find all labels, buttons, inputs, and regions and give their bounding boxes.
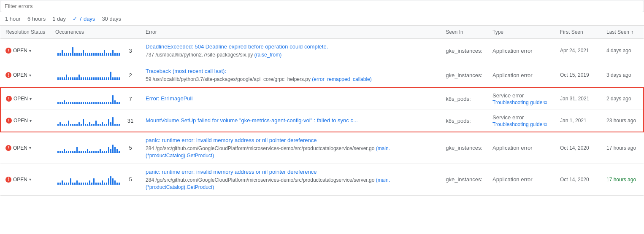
svg-rect-158 [62,180,63,185]
svg-rect-101 [72,124,73,126]
svg-rect-141 [91,151,92,153]
time-filter-bar: 1 hour 6 hours 1 day ✓ 7 days 30 days [0,12,644,26]
type-label: Service error [492,114,550,121]
first-seen-cell: Jan 1, 2021 [555,110,601,132]
error-line-number: 59 [146,76,151,82]
svg-rect-70 [72,102,73,104]
svg-rect-100 [70,124,71,126]
status-cell: ! OPEN ▾ [0,132,50,164]
svg-rect-131 [70,151,71,153]
error-title[interactable]: DeadlineExceeded: 504 Deadline expired b… [146,43,436,51]
dropdown-arrow-icon[interactable]: ▾ [29,177,31,182]
troubleshoot-link[interactable]: Troubleshooting guide ⧉ [492,100,550,105]
error-title[interactable]: MountVolume.SetUp failed for volume "gke… [146,117,436,124]
svg-rect-163 [72,183,73,185]
svg-rect-166 [78,183,80,185]
svg-rect-41 [76,78,78,81]
svg-rect-95 [60,122,61,126]
svg-rect-42 [78,75,80,80]
table-row: ! OPEN ▾ 31 MountVolume.SetUp failed for… [0,110,644,132]
sparkline-chart [55,116,123,126]
seen-in-cell: k8s_pods: [441,110,487,132]
svg-rect-150 [110,149,111,153]
dropdown-arrow-icon[interactable]: ▾ [29,48,31,53]
svg-rect-143 [95,151,97,153]
status-cell: ! OPEN ▾ [0,164,50,195]
svg-rect-21 [100,53,101,56]
svg-rect-130 [68,151,69,153]
time-filter-1hour[interactable]: 1 hour [5,16,21,22]
occurrences-count: 3 [125,48,135,54]
svg-rect-36 [66,75,67,80]
svg-rect-51 [97,78,99,81]
type-label: Service error [492,92,550,99]
time-filter-30days[interactable]: 30 days [102,16,121,22]
last-seen-value: 4 days ago [606,48,631,54]
error-title[interactable]: panic: runtime error: invalid memory add… [146,168,436,176]
svg-rect-168 [83,183,84,185]
time-filter-7days[interactable]: ✓ 7 days [73,16,95,22]
svg-rect-87 [108,102,109,104]
error-icon: ! [5,177,11,183]
svg-rect-58 [112,78,114,81]
svg-rect-89 [112,95,114,104]
svg-rect-66 [64,100,65,104]
last-seen-cell: 2 days ago [601,88,644,110]
error-function: (raise_from) [254,52,282,58]
error-line-number: 737 [146,52,154,58]
error-title[interactable]: Error: ErrImagePull [146,95,436,102]
svg-rect-118 [108,119,109,126]
svg-rect-88 [110,102,111,104]
svg-rect-34 [62,78,63,81]
svg-rect-151 [112,145,114,153]
svg-rect-48 [91,78,92,81]
status-label: OPEN [13,177,27,183]
svg-rect-167 [81,183,82,185]
table-header-row: Resolution Status Occurrences Error Seen… [0,26,644,39]
dropdown-arrow-icon[interactable]: ▾ [30,97,32,101]
time-filter-1day[interactable]: 1 day [52,16,66,22]
svg-rect-139 [87,149,88,153]
svg-rect-96 [62,124,63,126]
filter-input[interactable] [0,0,644,12]
svg-rect-75 [83,102,84,104]
col-header-first-seen: First Seen [555,26,601,39]
dropdown-arrow-icon[interactable]: ▾ [30,118,32,123]
error-cell: Traceback (most recent call last): 59 /u… [141,63,441,87]
svg-rect-81 [95,102,97,104]
time-filter-6hours[interactable]: 6 hours [27,16,46,22]
svg-rect-103 [76,124,78,126]
error-icon: ! [5,145,11,151]
occurrences-cell: 5 [50,164,141,195]
svg-rect-50 [95,78,97,81]
svg-rect-126 [60,151,61,153]
error-subtitle: 59 /usr/local/lib/python3.7/site-package… [146,76,436,83]
error-subtitle: 284 /go/src/github.com/GoogleCloudPlatfo… [146,145,436,159]
svg-rect-170 [87,183,88,185]
svg-rect-169 [85,183,86,185]
svg-rect-91 [116,102,118,104]
error-title[interactable]: Traceback (most recent call last): [146,67,436,75]
last-seen-cell: 17 hours ago [601,164,644,195]
dropdown-arrow-icon[interactable]: ▾ [29,145,31,150]
dropdown-arrow-icon[interactable]: ▾ [29,73,31,78]
status-cell: ! OPEN ▾ [0,110,50,132]
table-row: ! OPEN ▾ 2 Traceback (most recent call l… [0,63,644,87]
svg-rect-138 [85,151,86,153]
svg-rect-146 [102,151,103,153]
troubleshoot-link[interactable]: Troubleshooting guide ⧉ [492,121,550,127]
status-label: OPEN [13,145,27,151]
seen-in-cell: gke_instances: [441,63,487,87]
svg-rect-10 [76,53,78,56]
svg-rect-114 [100,124,101,126]
svg-rect-113 [97,124,99,126]
svg-rect-32 [57,78,59,81]
error-title[interactable]: panic: runtime error: invalid memory add… [146,137,436,144]
svg-rect-134 [76,147,78,153]
svg-rect-19 [95,53,97,56]
svg-rect-28 [114,53,116,56]
type-cell: Application error [487,63,555,87]
error-cell: Error: ErrImagePull [141,88,441,110]
svg-rect-147 [104,151,105,153]
svg-rect-128 [64,149,65,153]
